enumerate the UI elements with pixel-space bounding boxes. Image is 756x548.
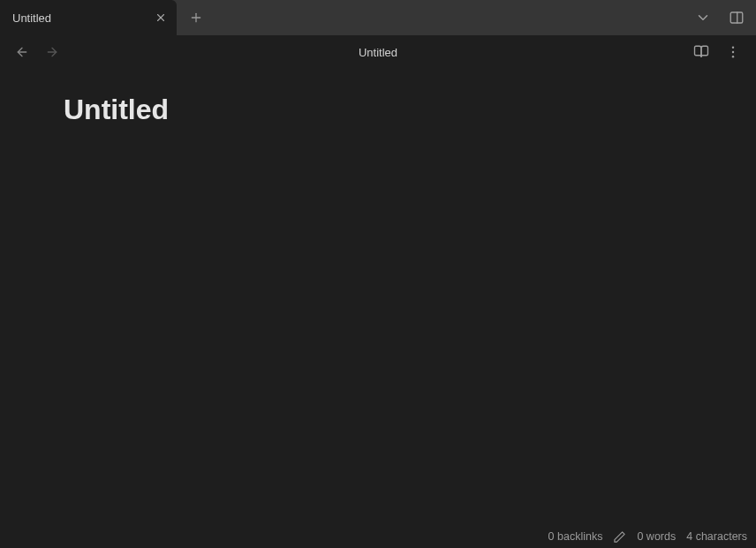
sidebar-toggle-button[interactable] xyxy=(724,5,749,30)
svg-point-8 xyxy=(732,47,734,49)
character-count[interactable]: 4 characters xyxy=(686,530,747,543)
tab-title: Untitled xyxy=(12,11,51,25)
header: Untitled xyxy=(0,35,756,69)
svg-point-9 xyxy=(732,51,734,53)
new-tab-button[interactable] xyxy=(182,4,210,32)
status-bar: 0 backlinks 0 words 4 characters xyxy=(0,525,756,548)
tab-untitled[interactable]: Untitled xyxy=(0,0,177,35)
more-options-button[interactable] xyxy=(721,40,745,64)
tab-bar-left: Untitled xyxy=(0,0,210,35)
document-title[interactable]: Untitled xyxy=(64,94,692,126)
reading-mode-button[interactable] xyxy=(689,40,714,64)
svg-point-10 xyxy=(732,56,734,57)
nav-forward-button[interactable] xyxy=(41,41,64,64)
pencil-icon[interactable] xyxy=(613,530,626,544)
header-right xyxy=(689,40,745,64)
editor-content[interactable]: Untitled xyxy=(0,69,756,525)
page-title[interactable]: Untitled xyxy=(359,46,397,59)
svg-rect-4 xyxy=(730,12,743,23)
word-count[interactable]: 0 words xyxy=(637,530,676,543)
nav-arrows xyxy=(11,41,64,64)
close-icon[interactable] xyxy=(154,11,168,25)
tab-bar: Untitled xyxy=(0,0,756,35)
tab-bar-right xyxy=(691,5,749,30)
nav-back-button[interactable] xyxy=(11,41,34,64)
backlinks-count[interactable]: 0 backlinks xyxy=(548,530,603,543)
tab-dropdown-button[interactable] xyxy=(691,5,715,30)
